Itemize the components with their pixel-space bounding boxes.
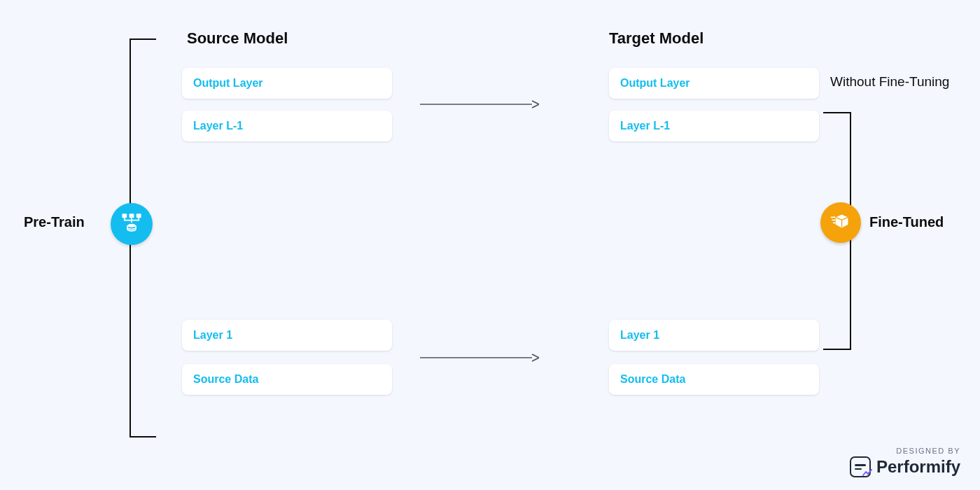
- transfer-arrow-bottom: [420, 353, 539, 354]
- finetuned-label: Fine-Tuned: [869, 214, 944, 230]
- pretrain-badge: [111, 203, 153, 245]
- without-finetuning-label: Without Fine-Tuning: [830, 74, 949, 90]
- package-speed-icon: [830, 210, 852, 235]
- layer-label: Layer 1: [620, 329, 659, 342]
- layer-label: Output Layer: [620, 77, 690, 90]
- pretrain-label: Pre-Train: [24, 214, 85, 230]
- target-model-title: Target Model: [609, 29, 704, 48]
- brand-logo-icon: [850, 456, 871, 477]
- layer-label: Source Data: [193, 373, 258, 386]
- source-layer-lminus1: Layer L-1: [182, 111, 392, 141]
- layer-label: Output Layer: [193, 77, 263, 90]
- designed-by-label: DESIGNED BY: [850, 447, 960, 455]
- finetuned-badge: [820, 202, 861, 243]
- source-layer-1: Layer 1: [182, 320, 392, 351]
- brand-row: Performify: [850, 456, 960, 477]
- brand-name: Performify: [876, 457, 960, 477]
- network-diagram-icon: [120, 211, 144, 237]
- diagram-canvas: Pre-Train Source Model Target Model Outp…: [0, 0, 980, 490]
- target-layer-1: Layer 1: [609, 320, 819, 351]
- layer-label: Layer L-1: [620, 120, 670, 132]
- layer-label: Source Data: [620, 373, 685, 386]
- source-data-box: Source Data: [182, 364, 392, 395]
- target-output-layer: Output Layer: [609, 68, 819, 99]
- svg-rect-0: [122, 214, 127, 218]
- svg-rect-2: [136, 214, 141, 218]
- svg-point-3: [127, 224, 136, 227]
- svg-rect-1: [130, 214, 134, 218]
- source-output-layer: Output Layer: [182, 68, 392, 99]
- credit-block: DESIGNED BY Performify: [850, 447, 960, 477]
- transfer-arrow-top: [420, 99, 539, 101]
- layer-label: Layer L-1: [193, 120, 243, 132]
- source-model-title: Source Model: [187, 29, 288, 48]
- target-layer-lminus1: Layer L-1: [609, 111, 819, 141]
- layer-label: Layer 1: [193, 329, 232, 342]
- target-data-box: Source Data: [609, 364, 819, 395]
